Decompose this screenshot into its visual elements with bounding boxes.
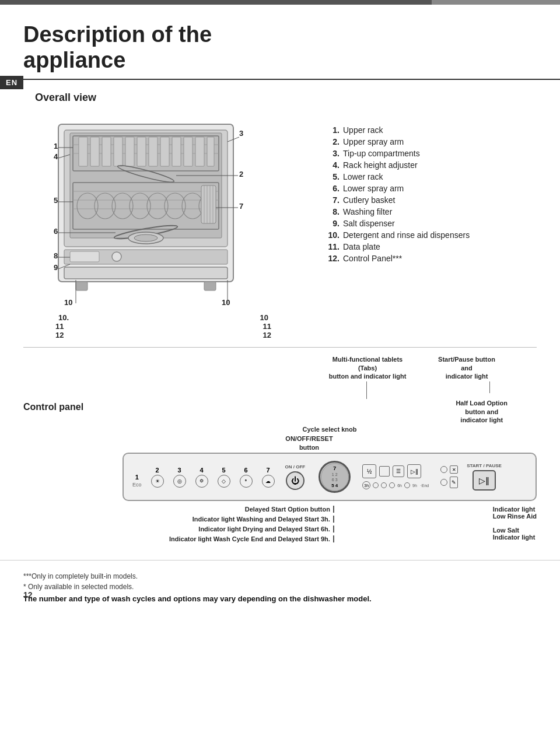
part-row: 9.Salt dispenser [327,218,473,229]
tablet-indicator[interactable]: ▷‖ [407,464,421,478]
part-row: 8.Washing filter [327,206,473,218]
label-10-right: 10 [260,313,268,322]
svg-rect-8 [102,137,111,166]
ann-start-pause: Start/Pause button andindicator light [432,355,502,380]
header: Description of the appliance [0,5,560,80]
ann-wash-end-9h: Indicator light Wash Cycle End and Delay… [169,535,334,542]
top-bar-accent [432,0,560,5]
svg-text:3: 3 [239,129,243,138]
ann-multi-functional: Multi-functional tablets (Tabs)button an… [327,355,408,380]
bottom-labels-right: Indicator lightLow Rinse Aid Low SaltInd… [493,506,537,542]
label-12-left: 12 [55,331,64,339]
indicator-light-1 [379,466,390,477]
panel-diagram-area: Multi-functional tablets (Tabs)button an… [123,355,537,542]
delay-3h[interactable]: 3h [362,481,370,489]
svg-rect-42 [64,267,228,279]
dot-2 [381,482,387,488]
svg-rect-43 [76,282,88,290]
footnotes-section: ***Only in completely built-in models. *… [0,560,560,611]
bottom-labels-left: Delayed Start Option button Indicator li… [123,506,334,542]
top-bar [0,0,560,5]
end-label: ·End [421,484,429,488]
ann-low-salt: Low SaltIndicator light [493,527,537,541]
dishwasher-diagram: 1 4 3 2 7 5 8 [23,113,292,311]
page-number: 12 [23,590,33,600]
overall-view-header: Overall view [0,80,560,113]
ann-low-rinse-aid: Indicator lightLow Rinse Aid [493,506,537,520]
part-row: 7.Cutlery basket [327,194,473,206]
part-row: 11.Data plate [327,241,473,253]
panel-onoff-knob: ON / OFF ⏻ [285,464,306,490]
control-panel-box: 1 Eco 2 ☀ 3 ◎ [123,453,537,501]
svg-text:2: 2 [239,170,243,178]
part-row: 5.Lower rack [327,171,473,183]
ind-r4: ✎ [450,477,458,488]
ann-cycle-select: Cycle select knob [303,425,357,433]
svg-rect-15 [184,137,192,166]
dot-4 [404,482,410,488]
right-indicators: ✕ ✎ [440,465,458,488]
svg-rect-11 [137,137,146,166]
start-pause-button[interactable]: ▷‖ [473,470,496,491]
part-row: 12.Control Panel*** [327,253,473,264]
part-row: 2.Upper spray arm [327,136,473,148]
parts-list: 1.Upper rack2.Upper spray arm3.Tip-up co… [315,113,537,313]
footnote-1: ***Only in completely built-in models. [23,572,537,580]
svg-text:8: 8 [54,251,58,260]
svg-text:9: 9 [54,263,58,272]
cycle-knob[interactable]: 7 1 2 6 3 5 4 [318,461,351,493]
control-panel-section: Control panel Multi-functional tablets (… [0,352,560,548]
svg-rect-7 [90,137,99,166]
indicator-light-2: ☰ [393,465,404,477]
half-load-indicator[interactable]: ½ [362,464,376,478]
label-10-left: 10. [58,313,69,322]
svg-text:7: 7 [239,202,243,211]
diagram-area: 1 4 3 2 7 5 8 [23,113,303,313]
indicator-area: ½ ☰ ▷‖ 3h 6h 9h [362,464,429,489]
part-row: 3.Tip-up compartments [327,148,473,159]
start-pause-label: START / PAUSE [467,463,502,468]
svg-rect-16 [195,137,204,166]
part-row: 4.Rack height adjuster [327,159,473,171]
ann-half-load: Half Load Optionbutton andindicator ligh… [456,399,508,424]
footnote-3: The number and type of wash cycles and o… [23,594,537,603]
page-title: Description of the appliance [23,22,537,73]
delay-6h: 6h [397,484,402,488]
label-12-right: 12 [263,331,271,339]
svg-rect-12 [149,137,158,166]
svg-text:4: 4 [54,152,58,161]
label-11-left: 11 [55,322,64,331]
svg-text:6: 6 [54,227,58,236]
svg-rect-44 [204,282,216,290]
main-content: 1 4 3 2 7 5 8 [0,113,560,313]
ann-on-off: ON/OFF/RESETbutton [285,435,332,451]
dot-3 [389,482,395,488]
ann-drying-6h: Indicator light Drying and Delayed Start… [169,526,334,533]
svg-rect-40 [70,251,99,262]
delay-9h: 9h [412,484,417,488]
ind-r3 [440,479,447,486]
ann-delayed-start: Delayed Start Option button [169,506,334,513]
start-pause-area: START / PAUSE ▷‖ [467,463,502,491]
svg-rect-9 [114,137,123,166]
svg-rect-32 [201,185,216,223]
svg-rect-10 [125,137,134,166]
part-row: 1.Upper rack [327,124,473,136]
control-panel-title: Control panel [23,355,111,412]
svg-text:10: 10 [64,298,72,307]
overall-view-subtitle: Overall view [35,92,537,104]
on-off-text: ON / OFF [285,464,306,470]
svg-rect-17 [207,137,214,166]
svg-point-38 [134,234,158,241]
svg-rect-13 [160,137,169,166]
power-icon[interactable]: ⏻ [286,471,304,490]
parts-table: 1.Upper rack2.Upper spray arm3.Tip-up co… [327,124,473,264]
footnote-2: * Only available in selected models. [23,583,537,591]
svg-rect-6 [79,137,88,166]
panel-left-numbers: 1 Eco 2 ☀ 3 ◎ [132,467,275,488]
part-row: 6.Lower spray arm [327,183,473,194]
svg-text:10: 10 [222,298,230,307]
page-container: Description of the appliance EN Overall … [0,0,560,611]
ind-r2: ✕ [450,465,458,474]
line-startpause [489,381,490,393]
